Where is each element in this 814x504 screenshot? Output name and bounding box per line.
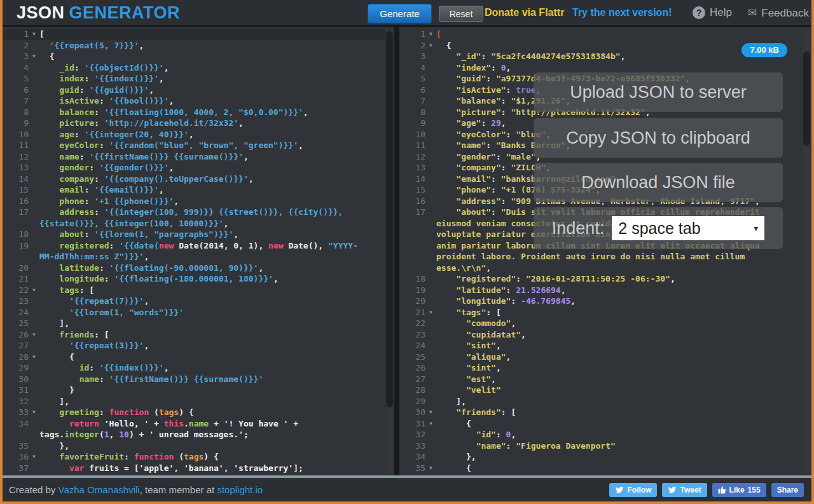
fold-toggle-icon[interactable]: ▼ xyxy=(425,463,436,474)
code-row[interactable]: 22▼ tags: [ xyxy=(3,285,385,296)
code-row[interactable]: 10 age: '{{integer(20, 40)}}', xyxy=(3,129,385,140)
twitter-tweet-button[interactable]: Tweet xyxy=(662,483,707,497)
code-row[interactable]: 17 address: '{{integer(100, 999)}} {{str… xyxy=(3,207,385,218)
code-row[interactable]: 2 '{{repeat(5, 7)}}', xyxy=(3,40,385,51)
help-button[interactable]: ? Help xyxy=(693,6,732,19)
feedback-button[interactable]: ✉ Feedback xyxy=(748,6,809,20)
code-row[interactable]: 18 about: '{{lorem(1, "paragraphs")}}', xyxy=(3,229,385,240)
code-row[interactable]: 20 "longitude": -46.769845, xyxy=(399,296,803,307)
code-row[interactable]: 21▼ "tags": [ xyxy=(399,307,803,318)
code-row[interactable]: 23 '{{repeat(7)}}', xyxy=(3,296,385,307)
code-row[interactable]: 33▼ greeting: function (tags) { xyxy=(3,407,385,418)
code-row[interactable]: 18 "registered": "2016-01-28T11:50:25 -0… xyxy=(399,273,803,285)
code-row[interactable]: 31 } xyxy=(3,385,385,396)
code-row[interactable]: 1▼[ xyxy=(3,29,385,40)
code-row[interactable]: 24 '{{lorem(1, "words")}}' xyxy=(3,307,385,318)
fold-toggle-icon[interactable]: ▼ xyxy=(29,29,39,40)
code-row[interactable]: 33 "name": "Figueroa Davenport" xyxy=(399,440,803,452)
left-editor-scrollbar[interactable] xyxy=(386,29,393,473)
code-row[interactable]: {{state()}}, {{integer(100, 10000)}}', xyxy=(3,218,385,229)
code-row[interactable]: 25 ], xyxy=(3,318,385,329)
code-row[interactable]: 35▼ { xyxy=(399,463,803,474)
code-row[interactable]: 28 "velit" xyxy=(399,385,803,396)
template-code[interactable]: 1▼[2 '{{repeat(5, 7)}}',3▼ {4 _id: '{{ob… xyxy=(3,29,385,473)
code-row[interactable]: 26 "sint", xyxy=(399,362,803,374)
code-row[interactable]: 1▼[ xyxy=(399,29,803,40)
next-version-link[interactable]: Try the next version! xyxy=(572,7,672,18)
code-row[interactable]: 32 "id": 0, xyxy=(399,429,803,440)
code-row[interactable]: 34 }, xyxy=(399,451,803,463)
code-row[interactable]: 35 }, xyxy=(3,440,385,452)
app-logo[interactable]: JSONGENERATOR xyxy=(17,3,180,23)
donate-flattr-link[interactable]: Donate via Flattr xyxy=(485,7,564,18)
code-row[interactable]: tags.integer(1, 10) + ' unread messages.… xyxy=(3,429,385,440)
code-row[interactable]: 16 phone: '+1 {{phone()}}', xyxy=(3,196,385,207)
fold-toggle-icon[interactable]: ▼ xyxy=(425,418,436,430)
indent-select[interactable]: 2 space tab ▾ xyxy=(612,216,764,240)
code-row[interactable]: 31▼ { xyxy=(399,418,803,430)
code-row[interactable]: proident labore. Proident aute irure do … xyxy=(399,251,803,262)
code-row[interactable]: 19 "latitude": 21.526694, xyxy=(399,285,803,296)
code-row[interactable]: 37 var fruits = ['apple', 'banana', 'str… xyxy=(3,463,385,474)
code-row[interactable]: 29 id: '{{index()}}', xyxy=(3,362,385,374)
code-row[interactable]: 26▼ friends: [ xyxy=(3,329,385,341)
code-row[interactable]: 7 isActive: '{{bool()}}', xyxy=(3,95,385,107)
fold-toggle-icon[interactable]: ▼ xyxy=(425,307,436,318)
code-row[interactable]: MM-ddThh:mm:ss Z")}}', xyxy=(3,251,385,262)
right-scrollbar-thumb[interactable] xyxy=(803,51,810,146)
download-json-button[interactable]: Download JSON file xyxy=(534,163,783,202)
output-editor-panel[interactable]: 1▼[2▼ {3 "_id": "5ca2fc4404274e575318384… xyxy=(399,27,811,475)
template-editor-panel[interactable]: 1▼[2 '{{repeat(5, 7)}}',3▼ {4 _id: '{{ob… xyxy=(3,27,394,475)
code-row[interactable]: 27 '{{repeat(3)}}', xyxy=(3,340,385,351)
code-row[interactable]: 25 "aliqua", xyxy=(399,351,803,363)
copy-json-button[interactable]: Copy JSON to clipboard xyxy=(534,118,783,158)
code-row[interactable]: 24 "sint", xyxy=(399,340,803,351)
fold-toggle-icon[interactable]: ▼ xyxy=(425,29,436,40)
fold-toggle-icon[interactable]: ▼ xyxy=(29,285,39,296)
code-row[interactable]: 15 email: '{{email()}}', xyxy=(3,184,385,196)
left-scrollbar-thumb[interactable] xyxy=(386,31,393,407)
code-row[interactable]: 9 picture: 'http://placehold.it/32x32', xyxy=(3,118,385,129)
code-row[interactable]: 6 guid: '{{guid()}}', xyxy=(3,85,385,96)
upload-json-button[interactable]: Upload JSON to server xyxy=(534,72,783,112)
code-row[interactable]: 3▼ { xyxy=(3,51,385,62)
stoplight-link[interactable]: stoplight.io xyxy=(217,484,263,495)
fold-toggle-icon[interactable]: ▼ xyxy=(425,407,436,418)
code-row[interactable]: 28▼ { xyxy=(3,351,385,363)
code-row[interactable]: 4 _id: '{{objectId()}}', xyxy=(3,62,385,74)
code-row[interactable]: 22 "commodo", xyxy=(399,318,803,329)
fold-toggle-icon[interactable]: ▼ xyxy=(425,40,436,51)
code-row[interactable]: 19 registered: '{{date(new Date(2014, 0,… xyxy=(3,240,385,252)
fold-toggle-icon[interactable]: ▼ xyxy=(29,351,39,363)
twitter-follow-button[interactable]: Follow xyxy=(609,483,657,497)
code-row[interactable]: 21 longitude: '{{floating(-180.000001, 1… xyxy=(3,273,385,285)
fold-toggle-icon[interactable]: ▼ xyxy=(29,329,39,341)
code-row[interactable]: 14 company: '{{company().toUpperCase()}}… xyxy=(3,174,385,185)
panel-divider[interactable] xyxy=(394,27,399,475)
code-row[interactable]: 4 "index": 0, xyxy=(399,62,803,74)
code-row[interactable]: 30 name: '{{firstName()}} {{surname()}}' xyxy=(3,374,385,385)
fold-toggle-icon[interactable]: ▼ xyxy=(29,51,39,62)
reset-button[interactable]: Reset xyxy=(439,6,483,22)
code-row[interactable]: 32 ], xyxy=(3,396,385,407)
generate-button[interactable]: Generate xyxy=(368,4,432,24)
share-button[interactable]: Share xyxy=(771,483,804,497)
code-row[interactable]: 5 index: '{{index()}}', xyxy=(3,73,385,85)
code-row[interactable]: 20 latitude: '{{floating(-90.000001, 90)… xyxy=(3,262,385,274)
code-row[interactable]: esse.\r\n", xyxy=(399,262,803,274)
code-row[interactable]: 8 balance: '{{floating(1000, 4000, 2, "$… xyxy=(3,107,385,118)
code-row[interactable]: 27 "est", xyxy=(399,374,803,385)
code-row[interactable]: 34 return 'Hello, ' + this.name + '! You… xyxy=(3,418,385,430)
code-row[interactable]: 11 eyeColor: '{{random("blue", "brown", … xyxy=(3,140,385,151)
facebook-like-button[interactable]: Like 155 xyxy=(712,483,766,497)
author-link[interactable]: Vazha Omanashvili xyxy=(59,484,140,495)
fold-toggle-icon[interactable]: ▼ xyxy=(29,451,39,463)
code-row[interactable]: 12 name: '{{firstName()}} {{surname()}}'… xyxy=(3,151,385,163)
fold-toggle-icon[interactable]: ▼ xyxy=(29,407,39,418)
code-row[interactable]: 13 gender: '{{gender()}}', xyxy=(3,162,385,174)
right-editor-scrollbar[interactable] xyxy=(803,29,810,473)
code-row[interactable]: 23 "cupidatat", xyxy=(399,329,803,341)
code-row[interactable]: 29 ], xyxy=(399,396,803,407)
code-row[interactable]: 36▼ favoriteFruit: function (tags) { xyxy=(3,451,385,463)
code-row[interactable]: 30▼ "friends": [ xyxy=(399,407,803,418)
